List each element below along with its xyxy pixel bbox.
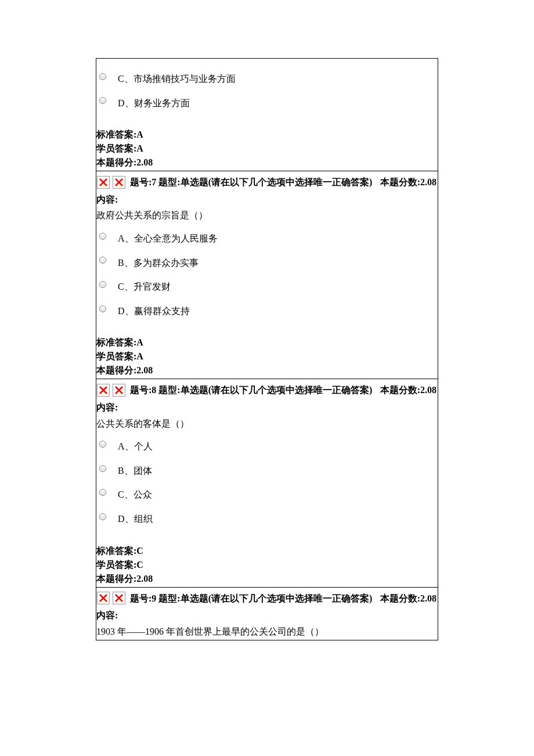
option-d-text: D、财务业务方面 [118, 96, 190, 111]
student-answer: 学员答案:A [96, 350, 438, 363]
option-c-text: C、公众 [118, 487, 152, 502]
option-a-text: A、全心全意为人民服务 [118, 231, 218, 246]
question-title: 题号:9 题型:单选题(请在以下几个选项中选择唯一正确答案) [130, 591, 372, 606]
standard-answer: 标准答案:A [96, 128, 438, 142]
question-content: 公共关系的客体是（） [96, 416, 438, 435]
radio-icon[interactable] [99, 233, 106, 240]
option-c-text: C、市场推销技巧与业务方面 [118, 71, 236, 87]
radio-icon[interactable] [99, 513, 106, 520]
question-header: 题号:8 题型:单选题(请在以下几个选项中选择唯一正确答案) 本题分数:2.08 [96, 379, 438, 399]
standard-answer: 标准答案:A [96, 336, 438, 350]
radio-icon[interactable] [99, 97, 106, 104]
question-score: 本题分数:2.08 [380, 175, 438, 190]
radio-icon[interactable] [99, 489, 106, 496]
student-answer: 学员答案:C [96, 558, 438, 572]
close-icon[interactable] [97, 384, 110, 397]
close-icon[interactable] [97, 592, 110, 604]
radio-icon[interactable] [99, 465, 106, 472]
question-content: 1903 年——1906 年首创世界上最早的公关公司的是（） [96, 624, 438, 640]
radio-icon[interactable] [99, 305, 106, 312]
option-a-row: A、全心全意为人民服务 [96, 226, 438, 251]
question-header: 题号:9 题型:单选题(请在以下几个选项中选择唯一正确答案) 本题分数:2.08 [96, 588, 438, 607]
option-c-row: C、升官发财 [96, 275, 438, 299]
option-d-text: D、组织 [118, 512, 153, 527]
option-d-text: D、赢得群众支持 [118, 304, 190, 319]
radio-icon[interactable] [99, 257, 106, 264]
radio-icon[interactable] [99, 73, 106, 80]
question-header: 题号:7 题型:单选题(请在以下几个选项中选择唯一正确答案) 本题分数:2.08 [96, 171, 438, 191]
content-label: 内容: [96, 191, 438, 208]
question-9-partial: 题号:9 题型:单选题(请在以下几个选项中选择唯一正确答案) 本题分数:2.08… [96, 588, 438, 640]
option-b-text: B、团体 [118, 463, 152, 478]
question-score: 本题分数:2.08 [380, 383, 438, 398]
question-score: 本题分数:2.08 [380, 591, 438, 606]
question-8: 题号:8 题型:单选题(请在以下几个选项中选择唯一正确答案) 本题分数:2.08… [96, 379, 438, 587]
radio-icon[interactable] [99, 281, 106, 288]
standard-answer: 标准答案:C [96, 544, 438, 558]
document-container: C、市场推销技巧与业务方面 D、财务业务方面 标准答案:A 学员答案:A 本题得… [96, 58, 438, 640]
option-a-row: A、个人 [96, 434, 438, 459]
radio-icon[interactable] [99, 441, 106, 448]
option-d-row: D、组织 [96, 507, 438, 531]
option-c-row: C、市场推销技巧与业务方面 [96, 67, 438, 91]
option-b-row: B、多为群众办实事 [96, 251, 438, 275]
student-answer: 学员答案:A [96, 142, 438, 156]
question-6-partial: C、市场推销技巧与业务方面 D、财务业务方面 标准答案:A 学员答案:A 本题得… [96, 59, 438, 171]
answer-block: 标准答案:A 学员答案:A 本题得分:2.08 [96, 333, 438, 379]
option-d-row: D、赢得群众支持 [96, 299, 438, 323]
answer-block: 标准答案:A 学员答案:A 本题得分:2.08 [96, 125, 438, 171]
close-icon[interactable] [97, 176, 110, 189]
close-icon[interactable] [113, 176, 125, 189]
question-content: 政府公共关系的宗旨是（） [96, 208, 438, 226]
score-earned: 本题得分:2.08 [96, 572, 438, 586]
option-c-row: C、公众 [96, 483, 438, 507]
close-icon[interactable] [113, 592, 125, 604]
score-earned: 本题得分:2.08 [96, 156, 438, 170]
question-title: 题号:7 题型:单选题(请在以下几个选项中选择唯一正确答案) [130, 175, 372, 190]
option-a-text: A、个人 [118, 439, 153, 454]
question-title: 题号:8 题型:单选题(请在以下几个选项中选择唯一正确答案) [130, 383, 372, 398]
option-b-row: B、团体 [96, 459, 438, 483]
option-c-text: C、升官发财 [118, 279, 171, 294]
close-icon[interactable] [113, 384, 125, 397]
question-7: 题号:7 题型:单选题(请在以下几个选项中选择唯一正确答案) 本题分数:2.08… [96, 171, 438, 379]
answer-block: 标准答案:C 学员答案:C 本题得分:2.08 [96, 542, 438, 587]
content-label: 内容: [96, 607, 438, 624]
option-b-text: B、多为群众办实事 [118, 255, 199, 271]
score-earned: 本题得分:2.08 [96, 363, 438, 377]
content-label: 内容: [96, 399, 438, 416]
option-d-row: D、财务业务方面 [96, 91, 438, 116]
